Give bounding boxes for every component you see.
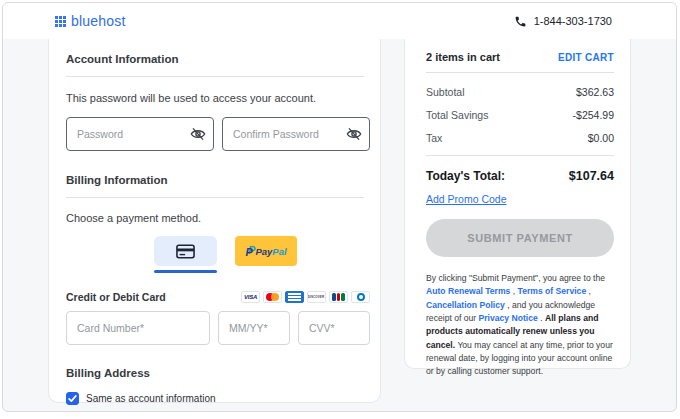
cart-row-savings: Total Savings -$254.99 bbox=[426, 109, 614, 121]
divider bbox=[426, 155, 614, 156]
header: bluehost 1-844-303-1730 bbox=[3, 3, 676, 39]
todays-total-row: Today's Total: $107.64 bbox=[426, 169, 614, 183]
same-as-account-checkbox[interactable] bbox=[66, 392, 79, 405]
account-information-title: Account Information bbox=[66, 53, 370, 65]
legal-text-segment: You may cancel at any time, prior to you… bbox=[426, 340, 613, 377]
phone-icon bbox=[514, 15, 527, 28]
checkout-form-card: Account Information This password will b… bbox=[48, 39, 381, 403]
legal-text-segment: . bbox=[538, 313, 545, 323]
same-as-account-row[interactable]: Same as account information bbox=[66, 392, 370, 405]
cart-summary-card: 2 items in cart EDIT CART Subtotal $362.… bbox=[404, 39, 631, 369]
tab-paypal[interactable]: P P PayPal bbox=[235, 236, 297, 266]
edit-cart-link[interactable]: EDIT CART bbox=[558, 52, 614, 63]
show-password-icon[interactable] bbox=[190, 126, 206, 142]
diners-club-icon bbox=[351, 291, 370, 303]
paypal-icon: P P bbox=[245, 245, 254, 258]
credit-card-icon bbox=[176, 244, 195, 259]
legal-text-segment: , bbox=[510, 286, 517, 296]
divider bbox=[66, 76, 364, 77]
add-promo-code-link[interactable]: Add Promo Code bbox=[426, 193, 507, 205]
legal-link[interactable]: Cancellation Policy bbox=[426, 300, 505, 310]
cart-row-subtotal: Subtotal $362.63 bbox=[426, 86, 614, 98]
bluehost-logo-text: bluehost bbox=[71, 13, 126, 29]
amex-icon bbox=[285, 291, 304, 303]
tab-credit-card[interactable] bbox=[154, 236, 217, 273]
divider bbox=[66, 197, 364, 198]
legal-text: By clicking "Submit Payment", you agree … bbox=[426, 272, 614, 379]
bluehost-logo[interactable]: bluehost bbox=[55, 13, 126, 29]
cart-items-count: 2 items in cart bbox=[426, 51, 500, 63]
support-phone: 1-844-303-1730 bbox=[514, 15, 612, 28]
legal-link[interactable]: Auto Renewal Terms bbox=[426, 286, 510, 296]
content-area: Account Information This password will b… bbox=[3, 39, 676, 412]
mastercard-icon bbox=[263, 291, 282, 303]
expiry-input[interactable] bbox=[218, 311, 290, 345]
cart-row-tax: Tax $0.00 bbox=[426, 132, 614, 144]
paypal-wordmark: PayPal bbox=[255, 246, 286, 257]
todays-total-value: $107.64 bbox=[569, 169, 614, 183]
legal-text-segment: By clicking "Submit Payment", you agree … bbox=[426, 273, 605, 283]
cvv-input[interactable] bbox=[298, 311, 370, 345]
credit-card-section-label: Credit or Debit Card bbox=[66, 291, 166, 303]
submit-payment-button[interactable]: SUBMIT PAYMENT bbox=[426, 219, 614, 257]
legal-text-segment: , bbox=[586, 286, 591, 296]
check-icon bbox=[68, 394, 77, 403]
legal-link[interactable]: Terms of Service bbox=[518, 286, 587, 296]
billing-address-title: Billing Address bbox=[66, 367, 370, 379]
billing-information-title: Billing Information bbox=[66, 174, 370, 186]
discover-icon: DISCOVER bbox=[307, 291, 326, 303]
show-confirm-password-icon[interactable] bbox=[346, 126, 362, 142]
choose-payment-label: Choose a payment method. bbox=[66, 212, 370, 224]
legal-link[interactable]: Privacy Notice bbox=[479, 313, 538, 323]
visa-icon: VISA bbox=[241, 291, 260, 303]
password-note: This password will be used to access you… bbox=[66, 92, 370, 104]
same-as-account-label: Same as account information bbox=[86, 393, 216, 404]
page-frame: bluehost 1-844-303-1730 Account Informat… bbox=[2, 2, 677, 412]
selected-tab-underline bbox=[154, 270, 217, 273]
phone-number: 1-844-303-1730 bbox=[534, 15, 612, 27]
accepted-card-brands: VISA DISCOVER bbox=[241, 291, 370, 303]
divider bbox=[426, 72, 614, 73]
card-number-input[interactable] bbox=[66, 311, 210, 345]
todays-total-label: Today's Total: bbox=[426, 169, 505, 183]
bluehost-grid-icon bbox=[55, 16, 66, 27]
jcb-icon bbox=[329, 291, 348, 303]
